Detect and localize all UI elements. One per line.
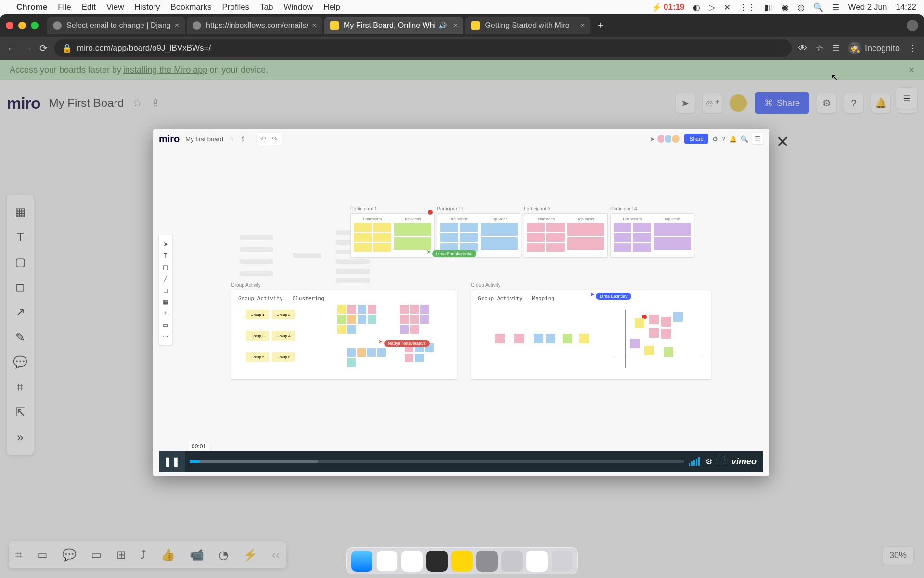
window-close-button[interactable] [6, 22, 13, 29]
shape-tool-icon: ◻ [159, 284, 172, 296]
url-input[interactable]: 🔒 miro.com/app/board/o9J_lBVxBWs=/ [54, 39, 792, 57]
sticky-cluster [337, 305, 376, 334]
more-icon: ⋯ [159, 330, 172, 342]
modal-close-button[interactable]: ✕ [776, 132, 789, 151]
menu-profiles[interactable]: Profiles [222, 2, 249, 12]
status-icon[interactable]: ⋮⋮ [739, 2, 756, 13]
tab-close-icon[interactable]: × [175, 21, 179, 30]
url-text: miro.com/app/board/o9J_lBVxBWs=/ [77, 43, 211, 53]
participant-label: Participant 3 [524, 206, 608, 211]
quadrant-axis-h [616, 358, 702, 358]
tab-title: https://inboxflows.com/emails/ [206, 21, 308, 30]
browser-tab-active[interactable]: My First Board, Online Whi 🔊 × [324, 17, 464, 34]
new-tab-button[interactable]: + [597, 19, 603, 32]
favicon-icon [53, 21, 62, 30]
dock-app-icon[interactable] [501, 551, 523, 572]
dock-trash-icon[interactable] [552, 551, 573, 572]
video-settings-icon[interactable]: ⚙ [706, 457, 712, 466]
dock-chrome-icon[interactable] [376, 551, 398, 572]
map-sticky [563, 334, 572, 343]
dock-app-icon[interactable] [401, 551, 423, 572]
incognito-indicator[interactable]: 🕵 Incognito [848, 42, 900, 54]
menu-help[interactable]: Help [323, 2, 340, 12]
menu-window[interactable]: Window [284, 2, 313, 12]
status-icon[interactable]: ◐ [693, 2, 700, 13]
video-miro-header: miro My first board ☆ ⇪ ↶ ↷ ➤ Share ⚙ ? … [159, 132, 763, 145]
browser-tab[interactable]: Select email to change | Djang × [47, 17, 185, 34]
chrome-profile-avatar[interactable] [907, 20, 918, 31]
reading-list-icon[interactable]: ☰ [832, 43, 840, 53]
active-app-name[interactable]: Chrome [16, 2, 47, 12]
map-sticky [546, 334, 555, 343]
export-icon: ⇪ [240, 135, 246, 143]
cursor-icon: ➤ [650, 135, 655, 143]
dock-app-icon[interactable] [526, 551, 548, 572]
menu-history[interactable]: History [134, 2, 160, 12]
menu-file[interactable]: File [58, 2, 71, 12]
dock-finder-icon[interactable] [351, 551, 372, 572]
frame-grid-icon: ⌗ [159, 307, 172, 319]
map-sticky [514, 334, 524, 343]
dock-notes-icon[interactable] [451, 551, 473, 572]
pause-button[interactable]: ❚❚ [159, 451, 185, 472]
tab-close-icon[interactable]: × [453, 21, 458, 30]
group-label: Group 6 [272, 352, 295, 362]
participant-label: Participant 1 [350, 206, 435, 211]
video-progress-bar[interactable] [190, 460, 684, 463]
map-sticky [673, 312, 683, 322]
wifi-icon[interactable]: ◉ [782, 2, 789, 13]
settings-icon: ⚙ [712, 135, 718, 143]
menu-bookmarks[interactable]: Bookmarks [170, 2, 211, 12]
battery-status[interactable]: ⚡01:19 [652, 2, 684, 13]
menu-edit[interactable]: Edit [82, 2, 96, 12]
video-board-title: My first board [185, 135, 223, 143]
window-minimize-button[interactable] [18, 22, 26, 29]
group-label: Group 3 [246, 331, 269, 341]
menubar-time[interactable]: 14:22 [896, 2, 916, 12]
eye-off-icon[interactable]: 👁 [798, 43, 807, 53]
menubar-date[interactable]: Wed 2 Jun [848, 2, 887, 12]
browser-tab[interactable]: https://inboxflows.com/emails/ × [187, 17, 322, 34]
sticky-cluster [347, 348, 386, 367]
lock-icon[interactable]: 🔒 [62, 43, 72, 53]
map-sticky [664, 347, 673, 357]
status-icon[interactable]: ✕ [724, 2, 731, 13]
clustering-title: Group Activity - Clustering [238, 295, 324, 302]
status-icon[interactable]: ▷ [709, 2, 715, 13]
spotlight-icon[interactable]: 🔍 [813, 2, 823, 13]
tab-audio-icon[interactable]: 🔊 [438, 22, 447, 29]
vimeo-logo[interactable]: vimeo [732, 457, 757, 467]
menu-view[interactable]: View [106, 2, 124, 12]
window-maximize-button[interactable] [31, 22, 38, 29]
group-activity-label: Group Activity [231, 282, 261, 288]
volume-control[interactable] [689, 457, 700, 466]
bookmark-star-icon[interactable]: ☆ [816, 43, 823, 53]
macos-menubar: Chrome File Edit View History Bookmarks … [0, 0, 924, 14]
dock-app-icon[interactable] [426, 551, 448, 572]
tab-close-icon[interactable]: × [312, 21, 317, 30]
address-bar: ← → ⟳ 🔒 miro.com/app/board/o9J_lBVxBWs=/… [0, 37, 924, 60]
clustering-panel: Group Activity - Clustering Group 1 Grou… [231, 290, 457, 380]
battery-icon[interactable]: ▮▯ [764, 2, 773, 13]
menu-tab[interactable]: Tab [260, 2, 273, 12]
quadrant-axis-v [625, 310, 626, 368]
video-share-button: Share [684, 134, 708, 144]
nav-reload-button[interactable]: ⟳ [39, 42, 48, 54]
status-icon[interactable]: ◎ [797, 2, 805, 13]
chrome-menu-button[interactable]: ⋮ [909, 43, 917, 53]
mouse-cursor: ↖ [831, 71, 839, 83]
group-activity-label: Group Activity [471, 282, 500, 288]
participant-panel: Participant 3 Brainstorm Top Ideas [524, 206, 608, 258]
tab-close-icon[interactable]: × [580, 21, 585, 30]
control-center-icon[interactable]: ☰ [832, 2, 839, 13]
fullscreen-icon[interactable]: ⛶ [718, 457, 726, 466]
browser-tab[interactable]: Getting Started with Miro × [465, 17, 590, 34]
map-sticky [495, 334, 505, 343]
dock-app-icon[interactable] [476, 551, 498, 572]
chrome-window: Select email to change | Djang × https:/… [0, 14, 924, 578]
window-controls [6, 22, 38, 29]
nav-back-button[interactable]: ← [7, 43, 16, 54]
nav-forward-button[interactable]: → [23, 43, 33, 54]
macos-dock [346, 547, 578, 574]
tab-title: My First Board, Online Whi [344, 21, 436, 30]
